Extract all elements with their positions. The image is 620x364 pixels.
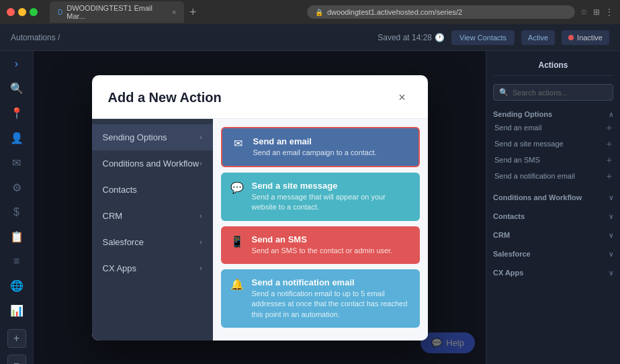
left-sidebar: › 🔍 📍 👤 ✉ ⚙ $ 📋 ≡ 🌐 📊 + − U (0, 51, 34, 364)
browser-chrome: D DWOODINGTEST1 Email Mar... × + 🔒 dwood… (0, 0, 620, 24)
chevron-right-icon: › (200, 134, 202, 141)
sidebar-location-icon[interactable]: 📍 (5, 107, 29, 120)
sidebar-bottom: + − U (5, 329, 29, 364)
tab-close-button[interactable]: × (172, 9, 176, 16)
modal-title: Add a New Action (108, 90, 222, 105)
menu-item-sending-options[interactable]: Sending Options › (92, 124, 213, 150)
maximize-window-button[interactable] (30, 8, 38, 16)
action-cards-panel: ✉ Send an email Send an email campaign t… (213, 119, 428, 340)
chevron-down-icon: ∨ (609, 194, 613, 201)
sidebar-menu-icon[interactable]: ≡ (5, 255, 29, 267)
chevron-up-icon: ∧ (609, 111, 613, 118)
menu-item-contacts[interactable]: Contacts (92, 177, 213, 203)
zoom-out-button[interactable]: − (7, 355, 26, 364)
add-action-modal: Add a New Action × Sending Options › Con… (92, 75, 428, 340)
chevron-down-icon: ∨ (609, 269, 613, 277)
panel-item-send-email: Send an email + (493, 120, 613, 136)
chevron-right-icon: › (200, 238, 202, 246)
modal-close-button[interactable]: × (393, 89, 412, 107)
section-header-contacts[interactable]: Contacts ∨ (493, 208, 613, 222)
action-card-sms[interactable]: 📱 Send an SMS Send an SMS to the contact… (221, 226, 420, 264)
action-desc: Send an SMS to the contact or admin user… (252, 246, 410, 256)
tab-favicon: D (58, 9, 62, 16)
saved-status: Saved at 14:28 🕐 (378, 33, 445, 42)
url-text: dwoodingtest1.activehosted.com/series/2 (327, 8, 462, 16)
action-title: Send an email (253, 136, 409, 146)
menu-item-crm[interactable]: CRM › (92, 203, 213, 229)
section-header-salesforce[interactable]: Salesforce ∨ (493, 246, 613, 259)
search-icon: 🔍 (499, 88, 508, 97)
browser-action-buttons: ☆ ⊞ ⋮ (580, 7, 613, 17)
chevron-right-icon: › (200, 265, 202, 272)
inactive-button[interactable]: Inactive (562, 30, 609, 45)
add-site-message-button[interactable]: + (607, 138, 612, 149)
browser-tab-bar: D DWOODINGTEST1 Email Mar... × + (50, 1, 302, 23)
action-desc: Send an email campaign to a contact. (253, 148, 409, 158)
chevron-down-icon: ∨ (609, 251, 613, 258)
modal-header: Add a New Action × (92, 75, 428, 119)
panel-item-site-message: Send a site message + (493, 136, 613, 152)
inactive-indicator (568, 35, 574, 40)
sidebar-analytics-icon[interactable]: 📊 (5, 304, 29, 317)
active-button[interactable]: Active (521, 30, 555, 45)
add-send-email-button[interactable]: + (607, 122, 612, 133)
minimize-window-button[interactable] (18, 8, 26, 16)
action-card-site-message[interactable]: 💬 Send a site message Send a message tha… (221, 173, 420, 221)
sidebar-contacts-icon[interactable]: 👤 (5, 132, 29, 144)
section-header-crm[interactable]: CRM ∨ (493, 227, 613, 240)
menu-item-cx-apps[interactable]: CX Apps › (92, 255, 213, 281)
sidebar-nav-icon[interactable]: › (5, 58, 29, 70)
action-card-notification-email[interactable]: 🔔 Send a notification email Send a notif… (221, 269, 420, 328)
sidebar-reports-icon[interactable]: 📋 (5, 230, 29, 243)
zoom-in-button[interactable]: + (7, 329, 26, 348)
action-title: Send a site message (252, 181, 410, 191)
sidebar-settings-icon[interactable]: ⚙ (5, 181, 29, 194)
action-card-send-email[interactable]: ✉ Send an email Send an email campaign t… (221, 127, 420, 167)
chevron-right-icon: › (200, 160, 202, 167)
close-window-button[interactable] (7, 8, 15, 16)
new-tab-button[interactable]: + (184, 5, 197, 19)
breadcrumb: Automations / (11, 33, 60, 42)
active-browser-tab[interactable]: D DWOODINGTEST1 Email Mar... × (50, 1, 184, 23)
action-title: Send a notification email (252, 277, 410, 287)
address-bar[interactable]: 🔒 dwoodingtest1.activehosted.com/series/… (307, 5, 575, 19)
main-content: Add a New Action × Sending Options › Con… (34, 51, 486, 364)
sidebar-billing-icon[interactable]: $ (5, 206, 29, 218)
sidebar-globe-icon[interactable]: 🌐 (5, 279, 29, 292)
bookmark-icon[interactable]: ☆ (580, 7, 588, 17)
tab-label: DWOODINGTEST1 Email Mar... (67, 4, 168, 20)
section-header-sending-options[interactable]: Sending Options ∧ (493, 106, 613, 120)
panel-title: Actions (493, 58, 613, 76)
clock-icon: 🕐 (435, 33, 445, 42)
extensions-icon[interactable]: ⊞ (593, 7, 600, 17)
search-actions-input[interactable]: 🔍 Search actions... (493, 84, 613, 101)
add-sms-button[interactable]: + (607, 154, 612, 165)
sidebar-email-icon[interactable]: ✉ (5, 156, 29, 169)
section-header-cx-apps[interactable]: CX Apps ∨ (493, 265, 613, 278)
section-header-conditions-workflow[interactable]: Conditions and Workflow ∨ (493, 189, 613, 203)
menu-icon[interactable]: ⋮ (605, 7, 613, 17)
action-desc: Send a message that will appear on your … (252, 192, 410, 213)
panel-item-notification-email: Send a notification email + (493, 168, 613, 184)
menu-item-conditions-workflow[interactable]: Conditions and Workflow › (92, 150, 213, 177)
action-desc: Send a notification email to up to 5 ema… (252, 289, 410, 320)
modal-left-menu: Sending Options › Conditions and Workflo… (92, 119, 213, 340)
modal-body: Sending Options › Conditions and Workflo… (92, 119, 428, 340)
content-area: › 🔍 📍 👤 ✉ ⚙ $ 📋 ≡ 🌐 📊 + − U Add a (0, 51, 620, 364)
chevron-down-icon: ∨ (609, 232, 613, 239)
sidebar-search-icon[interactable]: 🔍 (5, 82, 29, 95)
chevron-down-icon: ∨ (609, 213, 613, 220)
top-bar-actions: Saved at 14:28 🕐 View Contacts Active In… (378, 30, 609, 45)
top-app-bar: Automations / Saved at 14:28 🕐 View Cont… (0, 24, 620, 51)
menu-item-salesforce[interactable]: Salesforce › (92, 229, 213, 255)
add-notification-email-button[interactable]: + (607, 171, 612, 181)
bell-icon: 🔔 (230, 278, 244, 291)
chevron-right-icon: › (200, 212, 202, 220)
sms-icon: 📱 (230, 235, 244, 248)
secure-icon: 🔒 (315, 9, 323, 16)
browser-window-controls (7, 8, 38, 16)
right-panel: Actions 🔍 Search actions... Sending Opti… (486, 51, 620, 364)
view-contacts-button[interactable]: View Contacts (451, 30, 515, 45)
panel-item-sms: Send an SMS + (493, 152, 613, 168)
action-title: Send an SMS (252, 234, 410, 244)
